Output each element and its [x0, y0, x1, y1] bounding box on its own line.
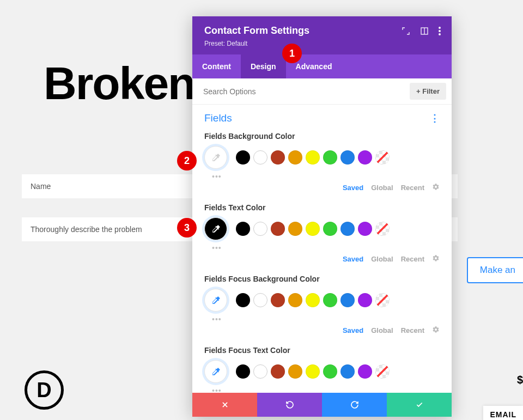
- color-field-group: Fields Text Color•••SavedGlobalRecent: [204, 203, 440, 275]
- swatch-row: [204, 289, 440, 312]
- tabs: Content Design Advanced: [192, 54, 452, 78]
- swatch-row: [204, 217, 440, 240]
- annotation-marker-2: 2: [177, 151, 197, 171]
- eyedropper-button[interactable]: [204, 217, 227, 240]
- gear-icon[interactable]: [432, 183, 440, 192]
- more-dots-icon[interactable]: •••: [204, 244, 440, 252]
- color-field-group: Fields Focus Background Color•••SavedGlo…: [204, 275, 440, 346]
- color-swatch[interactable]: [306, 293, 320, 307]
- chip-recent[interactable]: Recent: [401, 184, 424, 192]
- color-swatch[interactable]: [358, 364, 372, 379]
- panel-footer: [192, 393, 452, 417]
- color-swatch[interactable]: [306, 150, 320, 165]
- section-title-fields[interactable]: Fields: [204, 112, 232, 124]
- chip-global[interactable]: Global: [371, 184, 393, 192]
- chip-global[interactable]: Global: [371, 326, 393, 334]
- columns-icon[interactable]: [420, 27, 429, 35]
- svg-point-4: [439, 33, 441, 35]
- color-swatch[interactable]: [323, 150, 337, 165]
- color-swatch[interactable]: [323, 293, 337, 307]
- color-swatch[interactable]: [236, 293, 250, 307]
- color-swatch[interactable]: [271, 293, 285, 307]
- tab-content[interactable]: Content: [192, 54, 241, 78]
- search-row: + Filter: [192, 78, 452, 105]
- palette-chips: SavedGlobalRecent: [204, 254, 440, 264]
- save-button[interactable]: [387, 393, 452, 417]
- chip-saved[interactable]: Saved: [343, 255, 363, 263]
- color-swatch[interactable]: [358, 150, 372, 165]
- chip-saved[interactable]: Saved: [343, 184, 363, 192]
- gear-icon[interactable]: [432, 326, 440, 335]
- annotation-marker-3: 3: [177, 218, 197, 238]
- panel-body: Fields ⋮ Fields Background Color•••Saved…: [192, 105, 452, 393]
- panel-header: Contact Form Settings Preset: Default: [192, 16, 452, 54]
- filter-button[interactable]: + Filter: [410, 83, 446, 100]
- color-swatch[interactable]: [288, 364, 302, 379]
- color-swatch[interactable]: [253, 150, 267, 165]
- more-dots-icon[interactable]: •••: [204, 172, 440, 181]
- kebab-menu-icon[interactable]: [439, 27, 441, 35]
- preset-selector[interactable]: Preset: Default: [204, 40, 441, 47]
- color-swatch[interactable]: [306, 222, 320, 236]
- swatch-row: [204, 360, 440, 383]
- chip-recent[interactable]: Recent: [401, 326, 424, 334]
- color-swatch[interactable]: [375, 222, 390, 236]
- color-swatch[interactable]: [375, 150, 390, 165]
- palette-chips: SavedGlobalRecent: [204, 326, 440, 335]
- divi-logo: D: [25, 370, 64, 410]
- color-swatch[interactable]: [323, 222, 337, 236]
- color-swatch[interactable]: [288, 222, 302, 236]
- svg-point-2: [439, 27, 441, 29]
- color-swatch[interactable]: [253, 222, 267, 236]
- dollar-sign: $: [517, 374, 523, 386]
- email-badge: EMAIL: [483, 406, 523, 420]
- section-menu-icon[interactable]: ⋮: [430, 112, 440, 124]
- color-swatch[interactable]: [236, 150, 250, 165]
- search-input[interactable]: [203, 87, 410, 96]
- color-swatch[interactable]: [323, 364, 337, 379]
- annotation-marker-1: 1: [282, 44, 302, 63]
- panel-title: Contact Form Settings: [204, 25, 309, 36]
- color-swatch[interactable]: [236, 222, 250, 236]
- chip-recent[interactable]: Recent: [401, 255, 424, 263]
- color-swatch[interactable]: [340, 150, 355, 165]
- color-swatch[interactable]: [340, 293, 355, 307]
- field-label: Fields Focus Background Color: [204, 275, 440, 283]
- redo-button[interactable]: [322, 393, 387, 417]
- eyedropper-button[interactable]: [204, 289, 227, 312]
- color-swatch[interactable]: [271, 364, 285, 379]
- color-swatch[interactable]: [340, 222, 355, 236]
- color-swatch[interactable]: [375, 364, 390, 379]
- color-field-group: Fields Background Color•••SavedGlobalRec…: [204, 132, 440, 203]
- color-swatch[interactable]: [253, 364, 267, 379]
- swatch-row: [204, 146, 440, 169]
- field-label: Fields Text Color: [204, 203, 440, 212]
- color-swatch[interactable]: [288, 150, 302, 165]
- gear-icon[interactable]: [432, 254, 440, 264]
- chip-saved[interactable]: Saved: [343, 326, 363, 334]
- color-swatch[interactable]: [288, 293, 302, 307]
- eyedropper-button[interactable]: [204, 146, 227, 169]
- color-swatch[interactable]: [375, 293, 390, 307]
- svg-point-3: [439, 30, 441, 32]
- make-appointment-button[interactable]: Make an: [467, 257, 523, 283]
- expand-icon[interactable]: [402, 27, 410, 35]
- color-swatch[interactable]: [358, 222, 372, 236]
- tab-design[interactable]: Design: [241, 54, 286, 78]
- color-swatch[interactable]: [271, 150, 285, 165]
- more-dots-icon[interactable]: •••: [204, 386, 440, 393]
- color-swatch[interactable]: [306, 364, 320, 379]
- discard-button[interactable]: [192, 393, 257, 417]
- chip-global[interactable]: Global: [371, 255, 393, 263]
- color-swatch[interactable]: [253, 293, 267, 307]
- eyedropper-button[interactable]: [204, 360, 227, 383]
- more-dots-icon[interactable]: •••: [204, 315, 440, 324]
- field-label: Fields Background Color: [204, 132, 440, 141]
- color-swatch[interactable]: [271, 222, 285, 236]
- color-swatch[interactable]: [340, 364, 355, 379]
- color-field-group: Fields Focus Text Color•••SavedGlobalRec…: [204, 346, 440, 393]
- color-swatch[interactable]: [236, 364, 250, 379]
- palette-chips: SavedGlobalRecent: [204, 183, 440, 192]
- undo-button[interactable]: [257, 393, 322, 417]
- color-swatch[interactable]: [358, 293, 372, 307]
